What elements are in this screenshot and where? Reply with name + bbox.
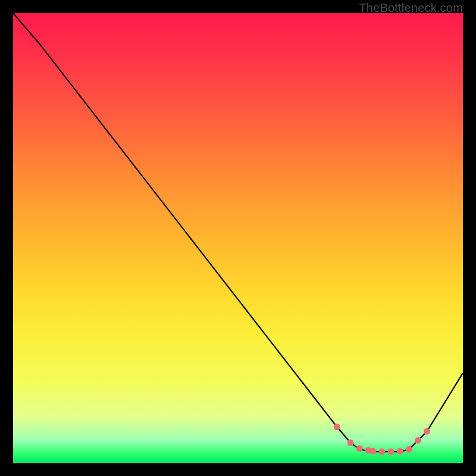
curve-marker [397, 448, 403, 455]
curve-marker [369, 448, 376, 455]
curve-marker [347, 440, 354, 446]
curve-marker [378, 449, 385, 455]
curve-line [13, 13, 463, 452]
curve-marker [424, 428, 430, 435]
curve-marker [406, 446, 412, 453]
curve-marker [334, 424, 340, 430]
curve-marker [356, 445, 363, 452]
attribution-label: TheBottleneck.com [359, 1, 463, 15]
curve-marker [388, 449, 394, 455]
bottleneck-curve [13, 13, 463, 463]
curve-marker [415, 437, 421, 444]
plot-area [13, 13, 463, 463]
chart-frame: TheBottleneck.com [0, 0, 476, 476]
